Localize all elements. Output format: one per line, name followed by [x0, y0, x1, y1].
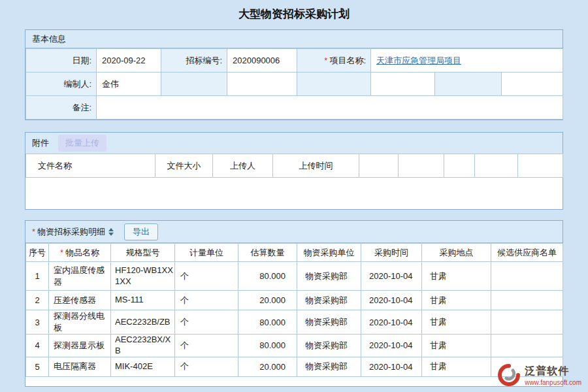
cell-model: MIK-402E — [111, 357, 175, 376]
cell-seq: 5 — [26, 357, 49, 376]
cell-suppliers — [491, 310, 563, 335]
col-file-size: 文件大小 — [155, 154, 213, 178]
table-row: 3 探测器分线电板 AEC2232B/ZB 个 80.000 物资采购部 202… — [26, 310, 563, 335]
required-asterisk: * — [60, 248, 63, 257]
cell-time: 2020-10-04 — [361, 357, 422, 376]
author-value: 金伟 — [97, 73, 161, 96]
cell-time: 2020-10-04 — [361, 291, 422, 310]
table-header-row: 序号 *物品名称 规格型号 计量单位 估算数量 物资采购单位 采购时间 采购地点… — [26, 244, 563, 262]
col-qty: 估算数量 — [238, 244, 297, 262]
empty-label-cell — [161, 73, 227, 96]
attachments-table: 文件名称 文件大小 上传人 上传时间 — [25, 154, 563, 178]
footer-brand: 泛普软件 www.fanpusoft.com — [497, 363, 581, 387]
sort-icon[interactable] — [108, 228, 114, 236]
cell-qty: 80.000 — [238, 310, 297, 335]
empty-value-cell — [227, 73, 297, 96]
cell-qty: 80.000 — [238, 335, 297, 357]
cell-place: 甘肃 — [422, 335, 491, 357]
cell-item-name: 电压隔离器 — [49, 357, 111, 376]
col-upload-time: 上传时间 — [273, 154, 359, 178]
cell-item-name: 室内温度传感器 — [49, 262, 111, 291]
brand-url-link[interactable]: www.fanpusoft.com — [525, 379, 581, 386]
cell-time: 2020-10-04 — [361, 262, 422, 291]
cell-item-name: 探测器分线电板 — [49, 310, 111, 335]
cell-dept: 物资采购部 — [297, 357, 361, 376]
remark-label: 备注: — [26, 96, 97, 120]
basic-info-header: 基本信息 — [25, 30, 563, 48]
cell-suppliers — [491, 335, 563, 357]
cell-qty: 20.000 — [238, 357, 297, 376]
col-empty — [444, 154, 475, 178]
cell-suppliers — [491, 291, 563, 310]
detail-bottom-padding — [25, 377, 563, 386]
cell-model: MS-111 — [111, 291, 175, 310]
sort-down-icon — [108, 233, 114, 236]
cell-seq: 4 — [26, 335, 49, 357]
page-title: 大型物资招标采购计划 — [0, 0, 588, 29]
cell-place: 甘肃 — [422, 291, 491, 310]
col-empty — [518, 154, 563, 178]
author-label: 编制人: — [26, 73, 97, 96]
cell-unit: 个 — [175, 262, 238, 291]
required-asterisk: * — [324, 56, 327, 65]
project-label-text: 项目名称: — [329, 56, 366, 65]
table-row: 日期: 2020-09-22 招标编号: 2020090006 *项目名称: 天… — [26, 49, 563, 73]
col-seq: 序号 — [26, 244, 49, 262]
attachments-empty-body — [25, 178, 563, 209]
cell-time: 2020-10-04 — [361, 310, 422, 335]
batch-upload-button[interactable]: 批量上传 — [58, 135, 106, 152]
cell-place: 甘肃 — [422, 262, 491, 291]
detail-section: * 物资招标采购明细 导出 序号 *物品名称 规格型号 计量单位 估算数量 物资… — [25, 220, 563, 387]
table-row: 1 室内温度传感器 HF120-WB1XX1XX 个 80.000 物资采购部 … — [26, 262, 563, 291]
empty-value-cell — [502, 73, 563, 96]
cell-qty: 80.000 — [238, 262, 297, 291]
cell-dept: 物资采购部 — [297, 335, 361, 357]
cell-unit: 个 — [175, 310, 238, 335]
table-row: 2 压差传感器 MS-111 个 20.000 物资采购部 2020-10-04… — [26, 291, 563, 310]
basic-info-table: 日期: 2020-09-22 招标编号: 2020090006 *项目名称: 天… — [25, 48, 563, 120]
cell-unit: 个 — [175, 291, 238, 310]
col-empty — [475, 154, 518, 178]
cell-time: 2020-10-04 — [361, 335, 422, 357]
col-unit: 计量单位 — [175, 244, 238, 262]
detail-title: 物资招标采购明细 — [37, 226, 105, 238]
cell-place: 甘肃 — [422, 357, 491, 376]
cell-dept: 物资采购部 — [297, 310, 361, 335]
table-row: 文件名称 文件大小 上传人 上传时间 — [26, 154, 563, 178]
attachments-title: 附件 — [32, 137, 49, 149]
col-suppliers: 候选供应商名单 — [491, 244, 563, 262]
project-link[interactable]: 天津市应急管理局项目 — [376, 56, 461, 65]
cell-seq: 2 — [26, 291, 49, 310]
export-button[interactable]: 导出 — [124, 223, 158, 240]
col-purchase-place: 采购地点 — [422, 244, 491, 262]
project-label: *项目名称: — [297, 49, 371, 73]
col-model: 规格型号 — [111, 244, 175, 262]
sort-up-icon — [108, 228, 114, 231]
cell-seq: 3 — [26, 310, 49, 335]
basic-info-title: 基本信息 — [32, 33, 66, 45]
date-label: 日期: — [26, 49, 97, 73]
bid-no-value: 2020090006 — [227, 49, 297, 73]
col-purchase-dept: 物资采购单位 — [297, 244, 361, 262]
cell-qty: 20.000 — [238, 291, 297, 310]
col-uploader: 上传人 — [213, 154, 273, 178]
detail-header: * 物资招标采购明细 导出 — [25, 221, 563, 243]
fanpu-logo-icon — [497, 363, 521, 387]
col-purchase-time: 采购时间 — [361, 244, 422, 262]
empty-label-cell — [297, 73, 371, 96]
project-value-cell: 天津市应急管理局项目 — [371, 49, 563, 73]
brand-name: 泛普软件 — [525, 365, 581, 378]
bid-no-label: 招标编号: — [161, 49, 227, 73]
cell-suppliers — [491, 262, 563, 291]
cell-model: AEC2232B/ZB — [111, 310, 175, 335]
cell-unit: 个 — [175, 357, 238, 376]
remark-value — [97, 96, 563, 120]
cell-seq: 1 — [26, 262, 49, 291]
col-empty — [359, 154, 399, 178]
basic-info-section: 基本信息 日期: 2020-09-22 招标编号: 2020090006 *项目… — [25, 29, 563, 120]
attachments-header: 附件 批量上传 — [25, 133, 563, 154]
detail-table: 序号 *物品名称 规格型号 计量单位 估算数量 物资采购单位 采购时间 采购地点… — [25, 243, 563, 377]
attachments-section: 附件 批量上传 文件名称 文件大小 上传人 上传时间 — [25, 132, 563, 210]
table-row: 5 电压隔离器 MIK-402E 个 20.000 物资采购部 2020-10-… — [26, 357, 563, 376]
cell-item-name: 探测器显示板 — [49, 335, 111, 357]
